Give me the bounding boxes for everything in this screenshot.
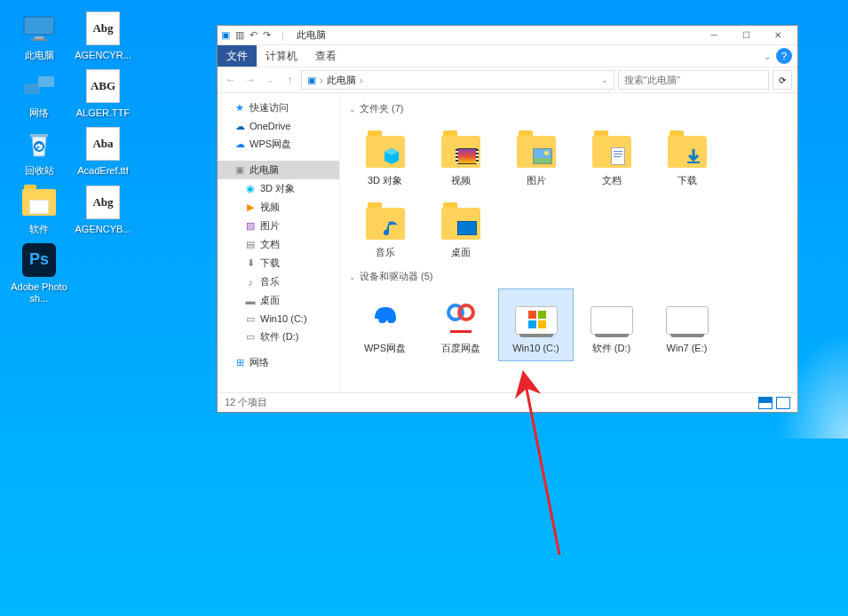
ps-icon: Ps (21, 242, 57, 278)
maximize-button[interactable]: ☐ (730, 27, 762, 44)
item-desktop[interactable]: 桌面 (423, 193, 498, 265)
close-button[interactable]: ✕ (762, 27, 794, 44)
drive-icon: ▭ (244, 312, 257, 325)
group-title: 设备和驱动器 (5) (360, 270, 433, 283)
desktop-icon-label: AcadEref.ttf (73, 165, 133, 177)
view-details-icon[interactable] (758, 397, 773, 409)
image-icon (515, 127, 558, 170)
qat-redo-icon[interactable]: ↷ (263, 29, 271, 41)
nav-item-star[interactable]: ★快速访问 (218, 99, 339, 117)
nav-item-cube[interactable]: ◉3D 对象 (218, 179, 339, 198)
desktop-icon-label: Adobe Photosh... (9, 281, 69, 304)
explorer-window: ▣ ▥ ↶ ↷ | 此电脑 ─ ☐ ✕ 文件 计算机 查看 ⌄ ? ← → ⌄ … (217, 25, 798, 413)
qat-properties-icon[interactable]: ▥ (235, 29, 244, 41)
qat-undo-icon[interactable]: ↶ (250, 29, 258, 41)
item-wps[interactable]: WPS网盘 (347, 288, 423, 360)
group-header[interactable]: ⌄设备和驱动器 (5) (347, 265, 790, 288)
nav-item-video[interactable]: ▶视频 (218, 198, 339, 217)
svg-rect-7 (687, 162, 700, 163)
item-download[interactable]: 下载 (649, 121, 725, 193)
item-image[interactable]: 图片 (498, 121, 574, 193)
ribbon-tab-view[interactable]: 查看 (306, 45, 345, 67)
svg-rect-5 (30, 134, 48, 137)
nav-item-download[interactable]: ⬇下载 (218, 254, 339, 272)
ribbon-chevron-icon[interactable]: ⌄ (764, 51, 771, 61)
desktop-icon-adobephotosh[interactable]: PsAdobe Photosh... (9, 242, 69, 304)
path-item[interactable]: 此电脑 (327, 74, 356, 87)
search-input[interactable] (624, 75, 763, 85)
font-icon: Abg (85, 11, 121, 46)
doc-icon (590, 127, 633, 170)
desktop-icon-agencyb[interactable]: AbgAGENCYB... (73, 185, 133, 235)
pc-icon: ▣ (234, 164, 246, 177)
music-icon: ♪ (244, 276, 257, 288)
minimize-button[interactable]: ─ (698, 27, 730, 44)
nav-item-cloud[interactable]: ☁WPS网盘 (218, 135, 339, 154)
nav-item-drive[interactable]: ▭Win10 (C:) (218, 310, 339, 328)
desktop-icon-2[interactable]: 网络 (9, 68, 69, 119)
desktop-icon-acaderefttf[interactable]: AbaAcadEref.ttf (73, 126, 133, 177)
item-label: Win7 (E:) (652, 343, 722, 354)
nav-item-image[interactable]: ▨图片 (218, 217, 339, 235)
item-label: 音乐 (350, 247, 420, 258)
address-path[interactable]: ▣ › 此电脑 › ⌄ (301, 70, 614, 90)
content-pane: ⌄文件夹 (7)3D 对象视频图片文档下载音乐桌面⌄设备和驱动器 (5)WPS网… (340, 93, 797, 392)
wps-icon (364, 295, 407, 337)
cube-icon: ◉ (244, 183, 257, 195)
desktop-icon-agencyr[interactable]: AbgAGENCYR... (73, 11, 133, 61)
group-header[interactable]: ⌄文件夹 (7) (347, 97, 790, 121)
item-doc[interactable]: 文档 (574, 121, 649, 193)
item-cube[interactable]: 3D 对象 (347, 121, 423, 193)
desktop-icon-0[interactable]: 此电脑 (9, 11, 69, 61)
nav-item-desktop[interactable]: ▬桌面 (218, 291, 339, 310)
nav-item-label: 音乐 (260, 275, 280, 288)
desktop-icon-label: 回收站 (9, 165, 69, 177)
desktop-icon-label: 网络 (9, 107, 69, 119)
nav-history-icon[interactable]: ⌄ (262, 72, 278, 88)
chevron-down-icon: ⌄ (349, 105, 356, 114)
quick-access-toolbar: ▣ ▥ ↶ ↷ | 此电脑 (221, 28, 326, 42)
desktop-icon-algerttf[interactable]: ABGALGER.TTF (73, 68, 133, 119)
search-box[interactable] (618, 70, 769, 90)
nav-item-doc[interactable]: ▤文档 (218, 235, 339, 254)
chevron-down-icon[interactable]: ⌄ (601, 75, 608, 84)
status-text: 12 个项目 (225, 396, 267, 409)
network-icon: ⊞ (234, 357, 246, 369)
nav-item-drive[interactable]: ▭软件 (D:) (218, 328, 339, 346)
desktop-icon-6[interactable]: 软件 (9, 185, 69, 235)
ribbon-tab-computer[interactable]: 计算机 (257, 45, 306, 67)
nav-up-button[interactable]: ↑ (281, 72, 297, 88)
item-drive[interactable]: Win7 (E:) (649, 288, 725, 360)
item-baidu[interactable]: 百度网盘 (423, 288, 498, 360)
svg-rect-1 (35, 36, 44, 39)
star-icon: ★ (234, 102, 246, 115)
refresh-button[interactable]: ⟳ (773, 70, 792, 90)
nav-item-network[interactable]: ⊞网络 (218, 353, 339, 372)
svg-rect-2 (31, 39, 47, 41)
doc-icon: ▤ (244, 239, 257, 251)
nav-item-music[interactable]: ♪音乐 (218, 272, 339, 291)
help-button[interactable]: ? (776, 48, 792, 64)
item-video[interactable]: 视频 (423, 121, 498, 193)
nav-item-label: 文档 (260, 238, 280, 251)
ribbon-tab-file[interactable]: 文件 (218, 45, 257, 67)
item-label: 3D 对象 (350, 175, 420, 186)
nav-item-label: OneDrive (250, 121, 290, 131)
item-win-drive[interactable]: Win10 (C:) (498, 288, 574, 360)
nav-item-label: 此电脑 (250, 163, 279, 177)
window-title: 此电脑 (297, 28, 326, 42)
desktop-light (777, 332, 848, 438)
pc-icon: ▣ (307, 75, 316, 86)
item-drive[interactable]: 软件 (D:) (574, 288, 649, 360)
nav-item-cloud[interactable]: ☁OneDrive (218, 117, 339, 135)
nav-item-label: 视频 (260, 201, 280, 214)
desktop-icon-4[interactable]: 回收站 (9, 126, 69, 177)
navigation-pane: ★快速访问☁OneDrive☁WPS网盘▣此电脑◉3D 对象▶视频▨图片▤文档⬇… (218, 93, 340, 392)
desktop-icon-label: 此电脑 (9, 50, 69, 61)
nav-back-button[interactable]: ← (223, 72, 239, 88)
nav-item-pc[interactable]: ▣此电脑 (218, 161, 339, 179)
item-label: 文档 (576, 175, 646, 186)
item-label: 图片 (501, 175, 571, 186)
item-music[interactable]: 音乐 (347, 193, 423, 265)
nav-forward-button[interactable]: → (242, 72, 258, 88)
